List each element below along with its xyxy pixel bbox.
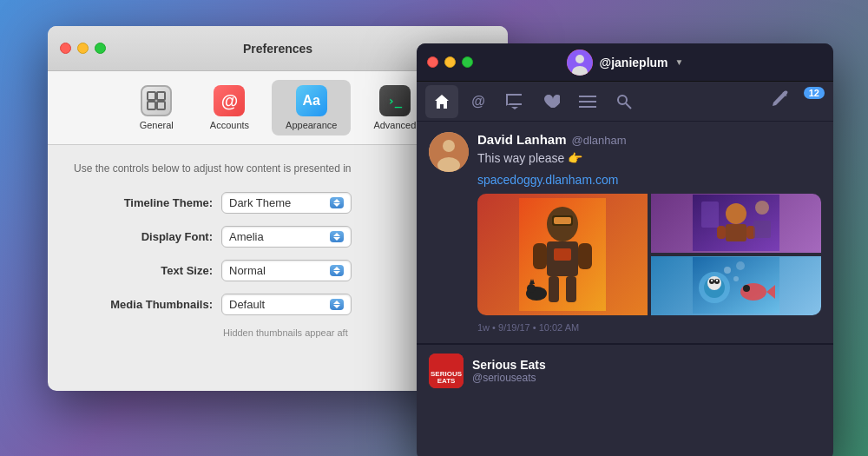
nav-lists-icon[interactable] xyxy=(571,85,604,118)
svg-rect-20 xyxy=(533,243,547,269)
traffic-lights xyxy=(60,43,106,54)
media-arrow-up xyxy=(333,301,340,304)
tab-appearance[interactable]: Aa Appearance xyxy=(272,80,351,135)
twitter-minimize-button[interactable] xyxy=(444,56,456,68)
svg-rect-3 xyxy=(157,102,165,109)
second-tweet-info: Serious Eats @seriouseats xyxy=(472,358,546,384)
size-arrow-up xyxy=(333,267,340,270)
svg-point-26 xyxy=(527,284,536,293)
svg-rect-36 xyxy=(753,221,771,238)
general-label: General xyxy=(140,120,174,130)
tweet-timestamp: 1w • 9/19/17 • 10:02 AM xyxy=(477,322,821,333)
svg-line-11 xyxy=(626,103,631,109)
media-thumbnails-label: Media Thumbnails: xyxy=(74,298,213,311)
svg-rect-22 xyxy=(549,276,559,302)
tweet-body: David Lanham @dlanham This way please 👉 … xyxy=(477,132,821,333)
twitterrific-window: @janieplum ▼ @ xyxy=(417,43,833,456)
minimize-button[interactable] xyxy=(77,43,89,54)
svg-point-44 xyxy=(716,280,718,281)
svg-point-50 xyxy=(736,261,745,270)
tab-accounts[interactable]: @ Accounts xyxy=(196,80,263,135)
serious-eats-name: Serious Eats xyxy=(472,358,546,372)
svg-point-10 xyxy=(618,96,627,104)
svg-rect-2 xyxy=(148,102,155,109)
media-thumbnails-value: Default xyxy=(229,298,265,311)
svg-text:EATS: EATS xyxy=(437,377,456,385)
media-thumbnails-select[interactable]: Default xyxy=(221,294,352,315)
appearance-icon: Aa xyxy=(296,85,327,116)
nav-home-icon[interactable] xyxy=(425,85,458,118)
svg-rect-32 xyxy=(717,226,726,239)
text-size-select[interactable]: Normal xyxy=(221,260,352,281)
svg-point-48 xyxy=(724,267,731,274)
svg-rect-1 xyxy=(157,92,165,100)
display-font-arrow xyxy=(330,231,344,242)
tweet-images xyxy=(477,194,821,315)
advanced-label: Advanced xyxy=(373,120,416,130)
timeline-theme-label: Timeline Theme: xyxy=(74,196,213,209)
tweet-author-name: David Lanham xyxy=(477,132,567,147)
display-font-value: Amelia xyxy=(229,230,264,243)
appearance-label: Appearance xyxy=(286,120,337,130)
svg-rect-21 xyxy=(578,243,592,269)
select-arrow-icon xyxy=(330,197,344,208)
media-arrow xyxy=(330,299,344,310)
font-arrow-up xyxy=(333,233,340,236)
twitter-nav: @ 12 xyxy=(417,82,833,122)
nav-messages-icon[interactable] xyxy=(498,85,531,118)
svg-rect-31 xyxy=(726,224,746,241)
svg-rect-23 xyxy=(566,276,576,302)
serious-eats-handle: @seriouseats xyxy=(472,372,546,384)
svg-point-40 xyxy=(707,276,721,290)
twitter-close-button[interactable] xyxy=(427,56,438,68)
tab-general[interactable]: General xyxy=(126,80,187,135)
arrow-up-icon xyxy=(333,199,340,202)
user-avatar-small xyxy=(567,50,593,76)
notification-badge: 12 xyxy=(804,87,825,99)
tweet-image-left xyxy=(477,194,648,315)
tweet-image-right-bottom xyxy=(651,256,821,315)
general-icon xyxy=(141,85,172,116)
twitter-traffic-lights xyxy=(427,56,473,68)
display-font-label: Display Font: xyxy=(74,230,213,243)
svg-rect-34 xyxy=(701,202,719,228)
nav-search-icon[interactable] xyxy=(608,85,641,118)
compose-icon[interactable] xyxy=(771,89,790,113)
text-size-value: Normal xyxy=(229,264,266,277)
nav-likes-icon[interactable] xyxy=(535,85,568,118)
svg-point-43 xyxy=(711,280,713,281)
media-arrow-down xyxy=(333,305,340,308)
maximize-button[interactable] xyxy=(95,43,106,54)
advanced-icon: ›_ xyxy=(379,85,411,116)
svg-rect-18 xyxy=(554,217,571,224)
size-arrow-down xyxy=(333,271,340,274)
nav-mentions-icon[interactable]: @ xyxy=(462,85,495,118)
chevron-down-icon: ▼ xyxy=(675,57,684,67)
tweet-header: David Lanham @dlanham This way please 👉 … xyxy=(429,132,821,333)
svg-point-35 xyxy=(755,201,769,215)
timeline-theme-select[interactable]: Dark Theme xyxy=(221,192,352,214)
twitter-user-header[interactable]: @janieplum ▼ xyxy=(567,50,684,76)
tweet-author-handle: @dlanham xyxy=(572,134,627,147)
twitter-maximize-button[interactable] xyxy=(462,56,473,68)
svg-rect-0 xyxy=(148,92,155,100)
twitter-titlebar: @janieplum ▼ xyxy=(417,43,833,82)
text-size-label: Text Size: xyxy=(74,264,213,277)
accounts-icon: @ xyxy=(214,85,245,116)
svg-point-30 xyxy=(726,203,746,224)
window-title: Preferences xyxy=(243,42,312,56)
tweet-link[interactable]: spacedoggy.dlanham.com xyxy=(477,173,821,187)
accounts-label: Accounts xyxy=(210,120,249,130)
svg-rect-24 xyxy=(554,248,571,261)
svg-rect-8 xyxy=(579,101,596,102)
tweet-text: This way please 👉 xyxy=(477,150,821,168)
close-button[interactable] xyxy=(60,43,71,54)
tweet-author-avatar xyxy=(429,132,469,172)
svg-point-5 xyxy=(575,55,584,63)
display-font-select[interactable]: Amelia xyxy=(221,226,352,248)
svg-point-13 xyxy=(443,140,455,152)
tweet-image-right xyxy=(651,194,821,315)
font-arrow-down xyxy=(333,237,340,241)
text-size-arrow xyxy=(330,265,344,276)
svg-rect-7 xyxy=(579,96,596,97)
